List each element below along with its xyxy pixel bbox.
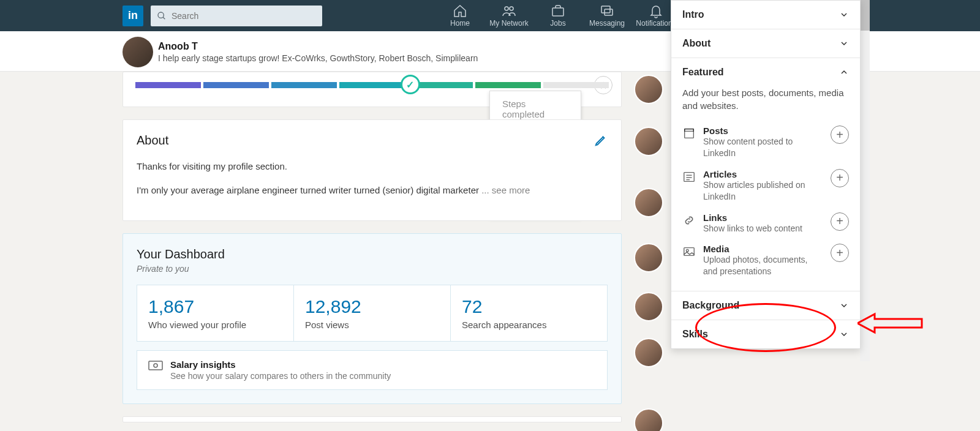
chevron-up-icon xyxy=(839,67,849,77)
stat-number: 72 xyxy=(462,296,596,317)
add-articles-button[interactable]: + xyxy=(831,169,849,187)
item-desc: Show content posted to LinkedIn xyxy=(703,136,823,159)
person-avatar[interactable] xyxy=(634,188,663,217)
dashboard-card: Your Dashboard Private to you 1,867 Who … xyxy=(123,233,622,404)
dd-section-skills[interactable]: Skills xyxy=(671,320,860,348)
dashboard-stats: 1,867 Who viewed your profile 12,892 Pos… xyxy=(137,285,608,342)
item-desc: Upload photos, documents, and presentati… xyxy=(703,254,823,277)
dd-section-background[interactable]: Background xyxy=(671,291,860,320)
svg-line-1 xyxy=(163,17,165,19)
person-avatar[interactable] xyxy=(634,127,663,156)
svg-rect-18 xyxy=(685,129,694,138)
dd-section-featured[interactable]: Featured xyxy=(671,58,860,86)
salary-insights-row[interactable]: Salary insights See how your salary comp… xyxy=(137,350,608,390)
nav-home[interactable]: Home xyxy=(435,0,484,31)
pencil-icon xyxy=(594,133,608,147)
dd-section-intro[interactable]: Intro xyxy=(671,1,860,29)
progress-segment xyxy=(543,82,609,88)
nav-network-label: My Network xyxy=(489,19,528,28)
post-icon xyxy=(682,127,696,140)
nav-messaging-label: Messaging xyxy=(589,19,625,28)
nav-network[interactable]: My Network xyxy=(484,0,533,31)
salary-desc: See how your salary compares to others i… xyxy=(170,371,391,381)
progress-segment xyxy=(339,82,405,88)
progress-checkmark: ✓ xyxy=(401,75,420,94)
nav-jobs[interactable]: Jobs xyxy=(533,0,582,31)
article-icon xyxy=(682,170,696,184)
stat-label: Who viewed your profile xyxy=(148,320,282,330)
dd-section-about[interactable]: About xyxy=(671,29,860,58)
svg-rect-16 xyxy=(149,361,162,370)
person-avatar[interactable] xyxy=(634,75,663,104)
progress-segment xyxy=(271,82,337,88)
steps-title: Steps completed xyxy=(502,99,568,119)
search-input[interactable] xyxy=(172,11,316,21)
svg-point-25 xyxy=(686,250,688,252)
item-desc: Show articles published on LinkedIn xyxy=(703,179,823,203)
stat-label: Post views xyxy=(305,320,439,330)
search-box[interactable] xyxy=(151,6,322,26)
add-media-button[interactable]: + xyxy=(831,244,849,262)
profile-avatar[interactable] xyxy=(123,37,153,67)
item-desc: Show links to web content xyxy=(703,223,823,234)
progress-segment xyxy=(203,82,269,88)
profile-name: Anoob T xyxy=(158,41,478,52)
next-card-peek xyxy=(123,416,622,422)
item-title: Articles xyxy=(703,169,823,179)
link-icon xyxy=(682,214,696,227)
nav-jobs-label: Jobs xyxy=(550,19,565,28)
chevron-down-icon xyxy=(839,39,849,48)
media-icon xyxy=(682,245,696,258)
stat-search-appearances[interactable]: 72 Search appearances xyxy=(451,285,607,341)
featured-links-row: LinksShow links to web content + xyxy=(682,208,849,239)
bell-icon xyxy=(649,4,663,18)
about-text-2: I'm only your average airplane engineer … xyxy=(137,184,608,198)
add-posts-button[interactable]: + xyxy=(831,126,849,144)
item-title: Links xyxy=(703,212,823,223)
svg-point-17 xyxy=(154,364,157,367)
svg-rect-6 xyxy=(605,9,612,15)
progress-bar: ✓ xyxy=(135,82,609,88)
nav-home-label: Home xyxy=(450,19,470,28)
about-heading: About xyxy=(137,133,608,148)
person-avatar[interactable] xyxy=(634,292,663,321)
messaging-icon xyxy=(600,4,614,18)
stat-label: Search appearances xyxy=(462,320,596,330)
search-icon xyxy=(157,11,167,21)
featured-posts-row: PostsShow content posted to LinkedIn + xyxy=(682,121,849,164)
person-avatar[interactable] xyxy=(634,338,663,367)
money-icon xyxy=(148,361,163,372)
people-icon xyxy=(502,4,516,18)
person-avatar[interactable] xyxy=(634,408,663,431)
see-more-link[interactable]: ... see more xyxy=(481,185,530,195)
profile-headline: I help early stage startups grow! Ex-CoW… xyxy=(158,53,478,63)
svg-rect-19 xyxy=(685,129,694,132)
dashboard-heading: Your Dashboard xyxy=(137,247,608,261)
salary-title: Salary insights xyxy=(170,359,391,370)
add-section-dropdown: Intro About Featured Add your best posts… xyxy=(671,0,861,349)
svg-point-0 xyxy=(158,12,164,18)
stat-number: 12,892 xyxy=(305,296,439,317)
featured-articles-row: ArticlesShow articles published on Linke… xyxy=(682,164,849,208)
item-title: Media xyxy=(703,244,823,254)
about-card: About Thanks for visiting my profile sec… xyxy=(123,119,622,221)
progress-segment xyxy=(475,82,541,88)
progress-segment xyxy=(135,82,201,88)
profile-strength-card: ★ ✓ Steps completed Industry Location Ed… xyxy=(123,72,622,107)
svg-rect-4 xyxy=(552,8,564,16)
person-avatar[interactable] xyxy=(634,243,663,272)
home-icon xyxy=(453,4,467,18)
edit-about-button[interactable] xyxy=(594,133,608,149)
about-text-1: Thanks for visiting my profile section. xyxy=(137,160,608,174)
dropdown-scrollbar-thumb[interactable] xyxy=(860,0,870,31)
svg-point-2 xyxy=(505,7,508,10)
linkedin-logo[interactable]: in xyxy=(123,6,143,26)
nav-messaging[interactable]: Messaging xyxy=(582,0,631,31)
stat-profile-views[interactable]: 1,867 Who viewed your profile xyxy=(137,285,294,341)
dropdown-scrollbar-track xyxy=(860,0,870,361)
featured-description: Add your best posts, documents, media an… xyxy=(682,86,849,112)
nav-notifications-label: Notifications xyxy=(636,19,676,28)
add-links-button[interactable]: + xyxy=(831,212,849,231)
item-title: Posts xyxy=(703,126,823,136)
stat-post-views[interactable]: 12,892 Post views xyxy=(294,285,451,341)
